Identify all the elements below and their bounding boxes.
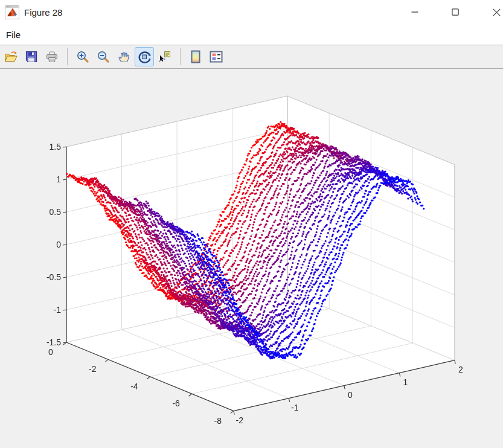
- title-bar: Figure 28: [0, 0, 503, 24]
- matlab-figure-icon: [5, 5, 19, 19]
- figure-axes-3d-scatter[interactable]: [0, 69, 503, 448]
- insert-legend-button[interactable]: [207, 47, 226, 66]
- zoom-out-icon: [96, 50, 111, 64]
- menu-bar: File: [0, 24, 503, 45]
- data-tips-icon: [158, 50, 172, 64]
- zoom-in-button[interactable]: [73, 47, 92, 66]
- menu-file[interactable]: File: [0, 24, 27, 45]
- maximize-button[interactable]: [441, 0, 469, 24]
- open-button[interactable]: [1, 47, 21, 66]
- pan-button[interactable]: [114, 47, 133, 66]
- window-title: Figure 28: [24, 7, 62, 18]
- toolbar-separator: [67, 48, 68, 65]
- close-button[interactable]: [482, 0, 503, 24]
- toolbar-separator: [180, 48, 181, 65]
- close-icon: [493, 8, 501, 16]
- print-icon: [45, 50, 59, 64]
- legend-icon: [209, 50, 223, 64]
- maximize-icon: [452, 8, 459, 16]
- pan-hand-icon: [117, 50, 131, 64]
- zoom-out-button[interactable]: [94, 47, 113, 66]
- zoom-in-icon: [75, 50, 90, 64]
- figure-toolbar: [0, 45, 503, 69]
- data-tips-button[interactable]: [155, 47, 175, 66]
- save-icon: [24, 50, 39, 64]
- save-button[interactable]: [22, 47, 41, 66]
- minimize-button[interactable]: [401, 0, 429, 24]
- rotate-3d-button[interactable]: [135, 47, 154, 66]
- rotate-3d-icon: [137, 50, 152, 64]
- open-folder-icon: [4, 50, 18, 64]
- minimize-icon: [411, 8, 418, 16]
- print-button[interactable]: [42, 47, 62, 66]
- colorbar-icon: [188, 50, 203, 64]
- insert-colorbar-button[interactable]: [186, 47, 205, 66]
